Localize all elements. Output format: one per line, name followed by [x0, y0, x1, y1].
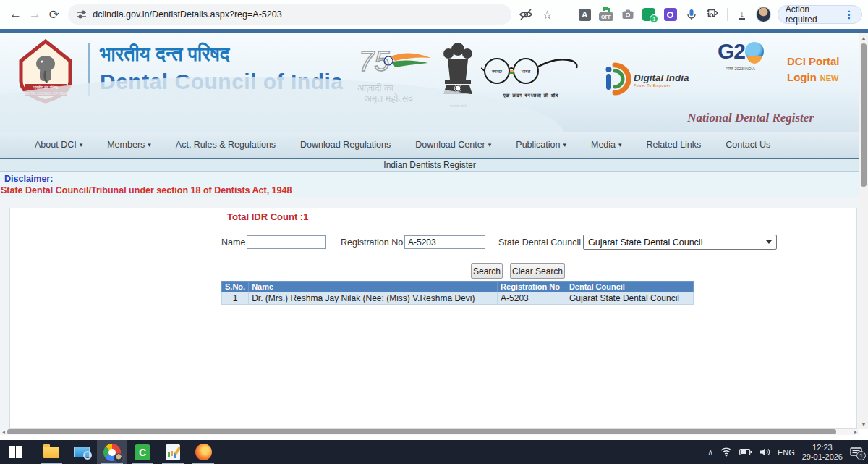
display-search-icon: [74, 447, 90, 457]
col-registration-no: Registration No: [498, 282, 566, 292]
downloads-icon[interactable]: ↓: [734, 7, 749, 22]
idr-bar-title: Indian Dentists Register: [383, 160, 475, 170]
scroll-down-arrow[interactable]: ▼: [859, 420, 868, 429]
swachh-bharat-logo: स्वच्छ भारत एक कदम स्वच्छता की ओर: [480, 54, 582, 98]
nav-label: About DCI: [35, 140, 77, 150]
chrome-button[interactable]: [97, 440, 127, 464]
screen: ← → ⟳ dciindia.gov.in/DentistDetails.asp…: [0, 0, 868, 464]
nav-download-center[interactable]: Download Center▾: [415, 140, 491, 150]
address-bar[interactable]: dciindia.gov.in/DentistDetails.aspx?reg=…: [68, 4, 511, 25]
search-results-card: Total IDR Count :1 Name Registration No …: [9, 208, 857, 429]
forward-button[interactable]: →: [25, 4, 45, 25]
document-editor-icon: [166, 444, 180, 460]
extension-off-icon[interactable]: OFF: [599, 7, 614, 22]
hide-eye-icon[interactable]: [519, 7, 534, 22]
extension-a-icon[interactable]: A: [577, 7, 592, 22]
g20-logo: G2 भारत 2023 INDIA: [712, 39, 770, 72]
wifi-icon[interactable]: [720, 447, 732, 457]
forward-icon: →: [29, 7, 41, 22]
green-ext-glyph: 1: [642, 8, 655, 21]
file-explorer-button[interactable]: [36, 440, 67, 464]
scroll-up-arrow[interactable]: ▲: [859, 33, 868, 42]
chrome-icon: [103, 444, 121, 461]
caret-down-icon: ▾: [618, 141, 622, 148]
caret-down-icon: ▾: [80, 141, 83, 148]
clock[interactable]: 12:23 29-01-2026: [802, 443, 843, 462]
firefox-button[interactable]: [188, 440, 218, 464]
scroll-right-arrow[interactable]: ►: [852, 429, 859, 435]
swachh-caption: एक कदम स्वच्छता की ओर: [480, 93, 582, 98]
toolbar-extensions: ☆ A OFF 1 ↓ Action required ⋮: [519, 5, 862, 24]
tray-expand-button[interactable]: ∧: [708, 448, 713, 456]
site-settings-icon[interactable]: [77, 9, 87, 20]
scroll-left-arrow[interactable]: ◄: [0, 429, 7, 435]
nav-about-dci[interactable]: About DCI▾: [35, 140, 82, 150]
start-button[interactable]: [0, 440, 30, 464]
nav-members[interactable]: Members▾: [107, 140, 151, 150]
national-dental-register-title: National Dental Register: [676, 111, 814, 125]
azadi-75: 75: [359, 46, 390, 77]
state-dental-council-label: State Dental Council: [498, 237, 581, 248]
clear-search-button[interactable]: Clear Search: [510, 263, 565, 279]
search-button[interactable]: Search: [471, 263, 503, 279]
camtasia-icon: C: [135, 444, 150, 460]
g20-globe-lotus-icon: [745, 42, 764, 61]
table-row: 1 Dr. (Mrs.) Reshma Jay Nilak (Nee: (Mis…: [222, 292, 694, 305]
nav-act-rules[interactable]: Act, Rules & Regulations: [176, 140, 276, 150]
caret-down-icon: ▾: [563, 141, 566, 148]
caret-down-icon: ▾: [148, 141, 151, 148]
time-text: 12:23: [802, 443, 843, 452]
extension-green-badge-icon[interactable]: 1: [642, 7, 657, 22]
col-dental-council: Dental Council: [566, 282, 693, 292]
profile-avatar[interactable]: [756, 7, 771, 22]
nav-label: Download Center: [415, 140, 485, 150]
selected-council-value: Gujarat State Dental Council: [588, 237, 766, 248]
nav-media[interactable]: Media▾: [591, 140, 622, 150]
site-header: भारतीय दंत परिषद DENTAL COUNCIL OF INDIA…: [0, 33, 859, 132]
cell-name: Dr. (Mrs.) Reshma Jay Nilak (Nee: (Miss)…: [249, 292, 498, 305]
system-tray: ∧ ENG 12:23 29-01-2026 1: [708, 443, 868, 462]
bookmark-star-icon[interactable]: ☆: [540, 7, 555, 22]
windows-taskbar: C ∧ ENG 12:23 29-01-2026 1: [0, 440, 868, 464]
nav-contact-us[interactable]: Contact Us: [726, 140, 770, 150]
horizontal-scrollbar[interactable]: ◄ ►: [0, 429, 859, 435]
language-indicator[interactable]: ENG: [778, 448, 795, 457]
date-text: 29-01-2026: [802, 452, 843, 462]
horizontal-scroll-thumb[interactable]: [7, 429, 836, 434]
dci-portal-link[interactable]: DCI Portal: [787, 54, 859, 69]
nav-related-links[interactable]: Related Links: [647, 140, 702, 150]
digital-india-tagline: Power To Empower: [634, 83, 689, 88]
seal-hindi-text: भारतीय दंत परिषद: [33, 85, 59, 90]
swachh-left-text: स्वच्छ: [491, 69, 503, 74]
dci-login-link[interactable]: LoginNEW: [787, 69, 859, 86]
firefox-icon: [195, 444, 212, 460]
nav-label: Contact Us: [726, 140, 770, 150]
vertical-scrollbar[interactable]: ▲ ▼: [859, 33, 868, 429]
extensions-puzzle-icon[interactable]: [706, 7, 721, 22]
registration-no-input[interactable]: [404, 235, 485, 249]
screenshot-camera-icon[interactable]: [620, 7, 635, 22]
disclaimer-label: Disclaimer:: [4, 174, 53, 184]
camtasia-button[interactable]: C: [127, 440, 158, 464]
back-button[interactable]: ←: [6, 4, 25, 25]
extension-purple-icon[interactable]: [663, 7, 678, 22]
name-input[interactable]: [247, 235, 326, 249]
voice-mic-icon[interactable]: [684, 7, 699, 22]
battery-icon[interactable]: [739, 448, 752, 456]
nav-label: Related Links: [647, 140, 702, 150]
volume-icon[interactable]: [760, 447, 770, 457]
caret-down-icon: ▾: [488, 141, 492, 148]
remote-display-button[interactable]: [67, 440, 97, 464]
notification-center-button[interactable]: 1: [850, 447, 862, 457]
nav-download-regulations[interactable]: Download Regulations: [300, 140, 391, 150]
vertical-scroll-thumb[interactable]: [861, 43, 867, 187]
dci-seal-logo: भारतीय दंत परिषद DENTAL COUNCIL OF INDIA: [17, 39, 74, 109]
nav-publication[interactable]: Publication▾: [516, 140, 566, 150]
star-icon: ☆: [542, 8, 552, 22]
browser-menu-icon[interactable]: ⋮: [844, 9, 854, 20]
state-dental-council-select[interactable]: Gujarat State Dental Council: [583, 235, 777, 250]
main-navigation: About DCI▾ Members▾ Act, Rules & Regulat…: [0, 132, 859, 158]
editor-app-button[interactable]: [158, 440, 188, 464]
reload-button[interactable]: ⟳: [45, 4, 64, 25]
action-required-button[interactable]: Action required ⋮: [778, 5, 862, 24]
